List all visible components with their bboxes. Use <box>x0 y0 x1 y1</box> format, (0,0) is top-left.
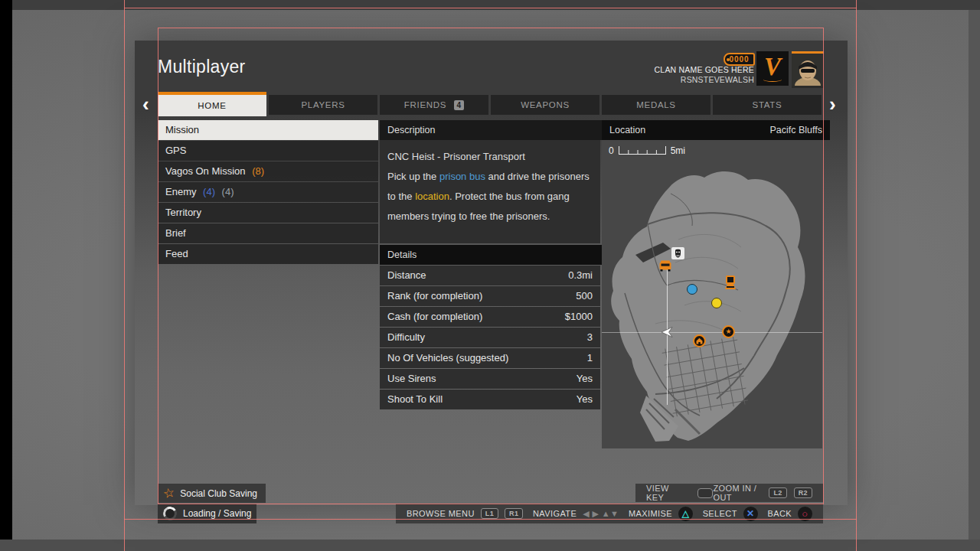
minimap: 0 5mi <box>602 140 822 448</box>
location-link: location <box>415 191 449 202</box>
avatar-image <box>792 54 824 86</box>
table-row: Use Sirens Yes <box>380 369 600 389</box>
r1-button[interactable]: R1 <box>505 508 523 519</box>
back-label: BACK <box>767 509 792 518</box>
location-header: Location Pacifc Bluffs <box>602 120 830 140</box>
menu-item-label: Territory <box>165 207 201 218</box>
detail-label: Cash (for completion) <box>387 307 482 327</box>
l1-button[interactable]: L1 <box>481 508 498 519</box>
table-row: Shoot To Kill Yes <box>380 390 600 409</box>
touchpad-button-icon[interactable] <box>697 488 713 498</box>
menu-item-label: Feed <box>165 248 188 259</box>
details-header: Details <box>380 245 604 265</box>
game-screen: Multiplayer 0000 CLAN NAME GOES HERE RSN… <box>0 0 980 551</box>
top-letterbox <box>12 0 980 10</box>
view-key-label: VIEW KEY <box>646 484 681 502</box>
enemy-count-blue: (4) <box>203 186 215 197</box>
details-table: Distance 0.3mi Rank (for completion) 500… <box>380 266 600 410</box>
tab-players[interactable]: PLAYERS <box>269 95 377 115</box>
tab-label: HOME <box>198 101 226 110</box>
avatar <box>792 51 824 88</box>
menu-item-territory[interactable]: Territory <box>158 203 378 223</box>
tab-friends[interactable]: FRIENDS 4 <box>380 95 488 115</box>
tabs-next-icon[interactable]: › <box>829 96 836 112</box>
mission-menu-list: Mission GPS Vagos On Mission (8) Enemy (… <box>158 120 378 265</box>
browse-menu-label: BROWSE MENU <box>407 509 475 518</box>
detail-value: 500 <box>576 286 593 306</box>
tab-label: WEAPONS <box>521 100 570 109</box>
detail-label: Rank (for completion) <box>387 286 482 306</box>
location-place-name: Pacifc Bluffs <box>769 120 822 140</box>
blue-dot-icon <box>687 284 697 295</box>
description-header: Description <box>380 120 604 140</box>
detail-label: Distance <box>387 266 426 285</box>
vagos-count: (8) <box>252 165 264 177</box>
menu-item-enemy[interactable]: Enemy (4) (4) <box>158 182 378 202</box>
money-badge: 0000 <box>724 53 755 66</box>
circle-button-icon[interactable]: ○ <box>798 507 812 521</box>
prison-bus-link: prison bus <box>439 171 485 182</box>
table-row: Cash (for completion) $1000 <box>380 307 600 327</box>
detail-value: Yes <box>577 369 593 389</box>
dpad-arrows-icon[interactable]: ◀ ▶ ▲▼ <box>583 509 619 519</box>
tab-label: STATS <box>753 100 782 109</box>
mission-title: CNC Heist - Prisoner Transport <box>387 147 593 167</box>
tab-weapons[interactable]: WEAPONS <box>491 95 599 115</box>
triangle-button-icon[interactable]: △ <box>678 507 693 521</box>
crosshair-horizontal <box>602 332 822 333</box>
tab-label: MEDALS <box>636 100 676 109</box>
menu-item-label: Mission <box>165 124 199 135</box>
clan-name: CLAN NAME GOES HERE <box>655 65 754 74</box>
cross-button-icon[interactable]: ✕ <box>743 507 758 521</box>
l2-button[interactable]: L2 <box>769 487 786 498</box>
controller-prompt-bar: BROWSE MENU L1 R1 NAVIGATE ◀ ▶ ▲▼ MAXIMI… <box>396 504 823 523</box>
detail-label: Difficulty <box>387 328 425 347</box>
tab-home[interactable]: HOME <box>158 92 266 116</box>
tab-label: FRIENDS <box>404 100 446 109</box>
yellow-dot-icon <box>711 298 722 308</box>
page-title: Multiplayer <box>158 57 246 77</box>
menu-item-label: Vagos On Mission <box>165 165 246 177</box>
menu-item-label: Enemy <box>165 186 196 197</box>
detail-value: 3 <box>587 328 593 347</box>
detail-label: Use Sirens <box>387 369 436 389</box>
maximise-label: MAXIMISE <box>629 509 672 518</box>
friends-count-badge: 4 <box>454 100 464 110</box>
select-label: SELECT <box>703 509 737 518</box>
detail-value: $1000 <box>565 307 593 327</box>
zoom-in-out-label: ZOOM IN / OUT <box>713 484 762 502</box>
detail-label: No Of Vehicles (suggested) <box>387 348 508 368</box>
right-letterbox <box>969 10 980 540</box>
menu-item-vagos[interactable]: Vagos On Mission (8) <box>158 161 378 181</box>
scale-end: 5mi <box>671 145 685 156</box>
menu-item-brief[interactable]: Brief <box>158 223 378 243</box>
prison-bus-icon <box>658 260 672 275</box>
menu-item-mission[interactable]: Mission <box>158 120 378 140</box>
detail-value: 0.3mi <box>568 266 593 285</box>
player-arrow-icon <box>661 326 673 341</box>
detail-label: Shoot To Kill <box>387 390 443 409</box>
loading-spinner-icon <box>162 505 178 522</box>
detail-value: 1 <box>587 348 593 368</box>
safehouse-icon <box>693 334 706 347</box>
tab-medals[interactable]: MEDALS <box>602 95 710 115</box>
tab-stats[interactable]: STATS <box>713 95 822 115</box>
map-scale: 0 5mi <box>609 145 685 156</box>
menu-item-feed[interactable]: Feed <box>158 244 378 264</box>
terminal-icon <box>724 275 737 293</box>
scale-ruler <box>619 146 666 155</box>
star-objective-icon: ★ <box>722 325 735 338</box>
loading-status: Loading / Saving <box>158 504 256 523</box>
table-row: Difficulty 3 <box>380 328 600 347</box>
navigate-label: NAVIGATE <box>533 509 577 518</box>
detail-value: Yes <box>577 390 593 409</box>
scale-start: 0 <box>609 145 614 156</box>
bottom-letterbox <box>0 540 980 551</box>
r2-button[interactable]: R2 <box>794 487 812 498</box>
location-label: Location <box>609 120 645 140</box>
player-name: RSNSTEVEWALSH <box>681 75 754 84</box>
table-row: Rank (for completion) 500 <box>380 286 600 306</box>
tabs-prev-icon[interactable]: ‹ <box>142 96 149 112</box>
menu-item-gps[interactable]: GPS <box>158 141 378 161</box>
tab-label: PLAYERS <box>301 100 345 109</box>
